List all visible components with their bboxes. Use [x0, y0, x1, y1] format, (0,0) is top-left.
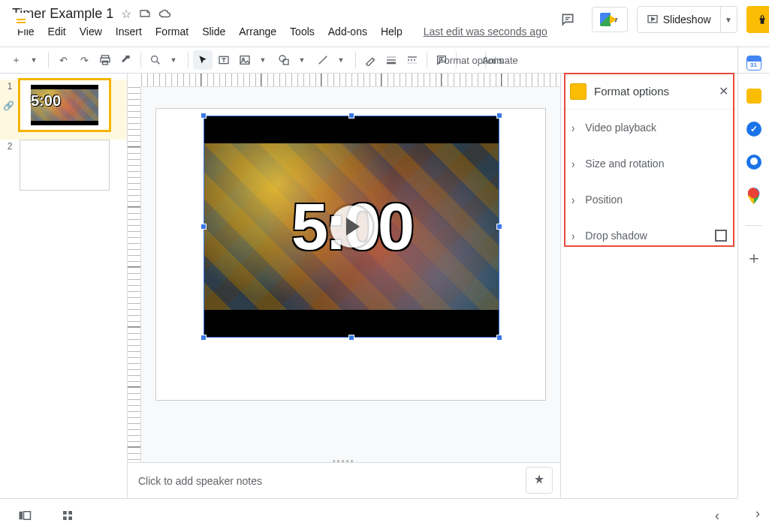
add-addon-icon[interactable]: ＋ — [746, 247, 762, 269]
separator — [140, 52, 141, 68]
comments-button[interactable] — [553, 7, 583, 32]
redo-button[interactable]: ↷ — [74, 50, 94, 70]
format-panel-icon — [570, 83, 587, 100]
meet-button[interactable]: ▼ — [592, 7, 628, 32]
shape-caret-icon[interactable]: ▼ — [292, 50, 312, 70]
move-icon[interactable] — [139, 8, 151, 20]
filmstrip-view-icon[interactable] — [18, 510, 32, 521]
thumbnail-1[interactable]: 5:00 — [20, 80, 110, 131]
new-slide-caret-icon[interactable]: ▼ — [24, 50, 44, 70]
menu-slide[interactable]: Slide — [197, 24, 231, 39]
svg-rect-15 — [68, 516, 72, 520]
line-caret-icon[interactable]: ▼ — [331, 50, 351, 70]
notes-resize-grip[interactable] — [333, 460, 355, 462]
menu-format[interactable]: Format — [150, 24, 194, 39]
border-dash-button[interactable] — [403, 50, 422, 70]
image-tool[interactable] — [235, 50, 255, 70]
bottom-strip: ‹ — [0, 498, 737, 532]
thumb-number: 1 — [5, 81, 15, 92]
border-color-button[interactable] — [360, 50, 380, 70]
animate-button[interactable]: Animate — [490, 50, 510, 70]
separator — [746, 225, 762, 226]
new-slide-button[interactable]: ＋ — [6, 50, 26, 70]
svg-point-8 — [279, 56, 285, 62]
svg-point-4 — [152, 56, 158, 62]
contacts-icon[interactable] — [746, 155, 761, 170]
svg-rect-6 — [240, 56, 249, 65]
format-options-panel: Format options ✕ › Video playback › Size… — [560, 74, 737, 498]
cloud-status-icon[interactable] — [158, 8, 172, 19]
grid-view-icon[interactable] — [62, 509, 74, 521]
side-panel-expand-icon[interactable]: › — [755, 506, 760, 521]
textbox-tool[interactable] — [214, 50, 234, 70]
docs-header: Timer Example 1 ☆ File Edit View Insert … — [0, 0, 769, 47]
slide-stage[interactable]: 5:00 — [141, 87, 560, 462]
shape-tool[interactable] — [274, 50, 294, 70]
meet-icon — [600, 13, 611, 26]
play-button-icon[interactable] — [330, 206, 372, 248]
close-icon[interactable]: ✕ — [719, 84, 728, 98]
slideshow-dropdown[interactable]: ▼ — [720, 7, 737, 32]
menu-arrange[interactable]: Arrange — [234, 24, 282, 39]
slideshow-group: Slideshow ▼ — [637, 6, 737, 33]
maps-icon[interactable] — [748, 188, 760, 204]
menu-bar: File Edit View Insert Format Slide Arran… — [12, 24, 553, 39]
thumbnail-row[interactable]: 1 5:00 🔗 — [0, 80, 127, 140]
svg-rect-13 — [68, 511, 72, 515]
separator — [48, 52, 49, 68]
border-weight-button[interactable] — [381, 50, 401, 70]
tasks-icon[interactable] — [746, 122, 761, 137]
menu-view[interactable]: View — [74, 24, 107, 39]
collapse-filmstrip-icon[interactable]: ‹ — [715, 508, 719, 524]
format-panel-title: Format options — [594, 85, 711, 98]
select-tool[interactable] — [193, 50, 213, 70]
slideshow-button[interactable]: Slideshow — [638, 7, 720, 32]
video-object[interactable]: 5:00 — [204, 116, 499, 337]
format-section-drop-shadow[interactable]: › Drop shadow — [561, 218, 737, 254]
print-button[interactable] — [95, 50, 115, 70]
format-section-position[interactable]: › Position — [561, 182, 737, 218]
calendar-icon[interactable] — [746, 56, 761, 71]
chevron-right-icon: › — [571, 192, 574, 207]
chevron-right-icon: › — [571, 156, 574, 171]
zoom-caret-icon[interactable]: ▼ — [164, 50, 183, 70]
format-section-label: Video playback — [585, 122, 656, 134]
workspace: 1 5:00 🔗 2 5:00 — [0, 74, 737, 498]
svg-rect-11 — [24, 512, 31, 520]
last-edit-link[interactable]: Last edit was seconds ago — [418, 24, 553, 39]
format-section-size-rotation[interactable]: › Size and rotation — [561, 146, 737, 182]
line-tool[interactable] — [313, 50, 333, 70]
image-caret-icon[interactable]: ▼ — [253, 50, 273, 70]
star-icon[interactable]: ☆ — [121, 7, 131, 21]
svg-rect-14 — [63, 516, 67, 520]
slide-canvas[interactable]: 5:00 — [155, 108, 546, 401]
canvas-zone: 5:00 — [128, 74, 560, 498]
format-section-video-playback[interactable]: › Video playback — [561, 110, 737, 146]
paint-format-button[interactable] — [116, 50, 136, 70]
svg-rect-10 — [20, 512, 23, 520]
format-panel-header: Format options ✕ — [561, 74, 737, 110]
separator — [188, 52, 188, 68]
thumbnail-2[interactable] — [20, 140, 110, 191]
undo-button[interactable]: ↶ — [53, 50, 73, 70]
menu-tools[interactable]: Tools — [285, 24, 320, 39]
menu-insert[interactable]: Insert — [110, 24, 147, 39]
slide-thumbnails: 1 5:00 🔗 2 — [0, 74, 128, 498]
thumb-number: 2 — [5, 141, 15, 152]
menu-help[interactable]: Help — [375, 24, 408, 39]
share-button[interactable]: Share — [746, 6, 769, 33]
svg-rect-9 — [283, 59, 288, 65]
menu-edit[interactable]: Edit — [43, 24, 71, 39]
format-section-label: Position — [585, 194, 623, 206]
separator — [427, 52, 427, 68]
keep-icon[interactable] — [746, 89, 761, 104]
zoom-button[interactable] — [146, 50, 165, 70]
explore-button[interactable] — [526, 467, 553, 494]
menu-addons[interactable]: Add-ons — [323, 24, 372, 39]
format-options-button[interactable]: Format options — [461, 50, 481, 70]
drop-shadow-checkbox[interactable] — [715, 230, 727, 242]
speaker-notes[interactable]: Click to add speaker notes — [128, 462, 560, 498]
thumbnail-row[interactable]: 2 — [0, 140, 127, 200]
slideshow-label: Slideshow — [663, 14, 711, 26]
format-section-label: Drop shadow — [585, 230, 647, 242]
